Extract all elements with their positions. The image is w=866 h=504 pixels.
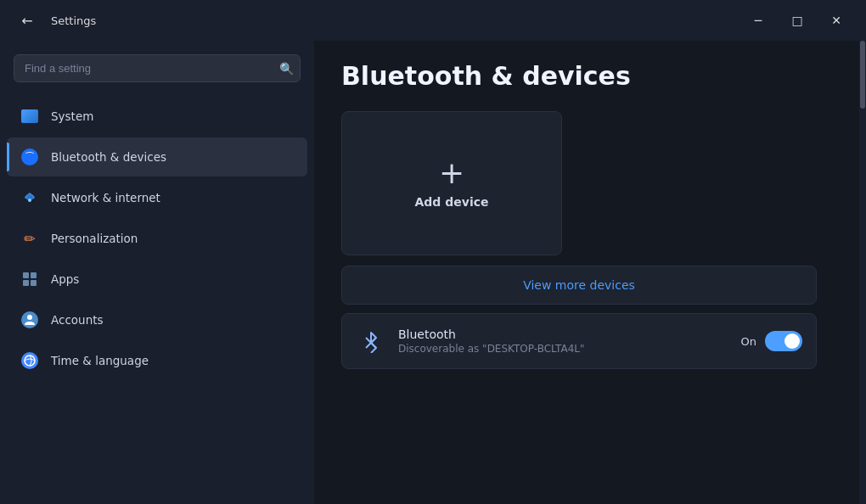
bluetooth-row: Bluetooth Discoverable as "DESKTOP-BCLTA… (341, 313, 817, 369)
sidebar-item-personalization[interactable]: ✏ Personalization (7, 219, 307, 258)
app-title: Settings (51, 14, 96, 27)
svg-point-5 (27, 315, 32, 320)
scrollbar-thumb[interactable] (860, 41, 865, 109)
svg-rect-4 (31, 280, 37, 286)
sidebar: 🔍 System ⁀ Bluetooth & devices Ne (0, 41, 314, 504)
page-title: Bluetooth & devices (341, 61, 839, 91)
apps-icon (20, 270, 39, 288)
toggle-thumb (784, 333, 800, 349)
bluetooth-icon: ⁀ (20, 148, 39, 166)
sidebar-label-time: Time & language (51, 354, 149, 367)
sidebar-item-bluetooth[interactable]: ⁀ Bluetooth & devices (7, 137, 307, 176)
sidebar-label-apps: Apps (51, 272, 79, 286)
sidebar-item-time[interactable]: Time & language (7, 341, 307, 380)
window-controls: ─ □ ✕ (739, 7, 856, 34)
search-icon[interactable]: 🔍 (279, 62, 294, 76)
title-bar-left: ← Settings (14, 7, 96, 34)
sidebar-label-accounts: Accounts (51, 313, 104, 327)
view-more-button[interactable]: View more devices (341, 266, 817, 305)
app-layout: 🔍 System ⁀ Bluetooth & devices Ne (0, 41, 866, 504)
bluetooth-info: Bluetooth Discoverable as "DESKTOP-BCLTA… (398, 328, 729, 355)
bluetooth-discoverable: Discoverable as "DESKTOP-BCLTA4L" (398, 343, 729, 355)
pencil-icon: ✏ (20, 229, 39, 248)
search-input[interactable] (14, 54, 301, 82)
scrollbar-track[interactable] (859, 41, 866, 504)
svg-rect-1 (23, 272, 29, 278)
sidebar-item-network[interactable]: Network & internet (7, 178, 307, 217)
title-bar: ← Settings ─ □ ✕ (0, 0, 866, 41)
bluetooth-status: On (741, 335, 756, 348)
bluetooth-toggle[interactable] (765, 331, 802, 351)
sidebar-item-accounts[interactable]: Accounts (7, 300, 307, 339)
svg-rect-2 (31, 272, 37, 278)
svg-rect-3 (23, 280, 29, 286)
sidebar-label-bluetooth: Bluetooth & devices (51, 150, 166, 164)
monitor-icon (20, 107, 39, 126)
minimize-button[interactable]: ─ (739, 7, 778, 34)
sidebar-item-apps[interactable]: Apps (7, 260, 307, 299)
sidebar-label-network: Network & internet (51, 191, 160, 204)
add-device-card[interactable]: + Add device (341, 111, 562, 255)
add-device-plus-icon: + (439, 158, 464, 188)
svg-point-6 (25, 356, 35, 366)
network-icon (20, 188, 39, 207)
svg-point-0 (28, 199, 31, 202)
sidebar-item-system[interactable]: System (7, 97, 307, 136)
close-button[interactable]: ✕ (817, 7, 856, 34)
bluetooth-device-icon (356, 326, 386, 356)
main-content: Bluetooth & devices + Add device View mo… (314, 41, 866, 504)
globe-icon (20, 351, 39, 370)
bluetooth-name: Bluetooth (398, 328, 729, 341)
search-box: 🔍 (14, 54, 301, 82)
sidebar-label-personalization: Personalization (51, 232, 138, 245)
sidebar-label-system: System (51, 109, 93, 123)
back-button[interactable]: ← (14, 7, 41, 34)
accounts-icon (20, 311, 39, 329)
add-device-label: Add device (415, 195, 489, 209)
bluetooth-toggle-area: On (741, 331, 802, 351)
maximize-button[interactable]: □ (778, 7, 817, 34)
